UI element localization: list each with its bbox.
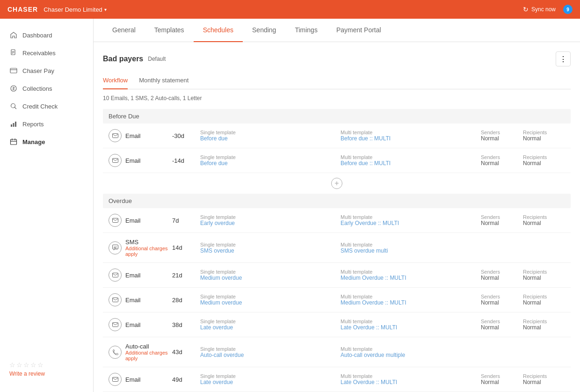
schedule-name: Bad payers [103,55,143,63]
star-rating[interactable]: ☆ ☆ ☆ ☆ ☆ [9,361,84,369]
multi-template-link[interactable]: Medium Overdue :: MULTI [341,275,481,281]
email-icon [109,373,122,386]
single-template-col: Single template Before due [200,154,341,167]
tab-general[interactable]: General [103,19,145,42]
multi-template-link[interactable]: Before due :: MULTI [341,135,481,142]
sidebar-item-credit-check[interactable]: Credit Check [0,97,93,115]
calendar-icon [9,138,18,146]
search-icon [9,102,18,110]
sidebar-label-collections: Collections [22,85,52,92]
email-icon [109,129,122,142]
single-template-link[interactable]: SMS overdue [200,247,341,254]
table-row[interactable]: Auto-call Additional charges apply 43d S… [103,337,571,367]
table-row[interactable]: Email 21d Single template Medium overdue… [103,263,571,288]
multi-template-link[interactable]: Before due :: MULTI [341,160,481,167]
multi-template-link[interactable]: Auto-call overdue multiple [341,352,481,358]
sidebar-label-dashboard: Dashboard [22,32,52,39]
company-name[interactable]: Chaser Demo Limited ▾ [44,6,107,13]
sync-button[interactable]: ↻ Sync now [523,6,556,13]
svg-rect-4 [11,124,12,127]
table-row[interactable]: SMS Additional charges apply 14d Single … [103,233,571,263]
summary-text: 10 Emails, 1 SMS, 2 Auto-calls, 1 Letter [103,95,571,102]
table-row[interactable]: Email 49d Single template Late overdue M… [103,367,571,392]
single-template-link[interactable]: Medium overdue [200,275,341,281]
single-template-link[interactable]: Before due [200,135,341,142]
single-template-link[interactable]: Medium overdue [200,299,341,306]
nav-right: ↻ Sync now 9 [523,5,573,14]
add-before-due-container: + [103,173,571,194]
section-overdue: Overdue Email 7d Single template Early o… [103,194,571,392]
sidebar-bottom: ☆ ☆ ☆ ☆ ☆ Write a review [0,354,93,385]
email-icon [109,214,122,227]
write-review-link[interactable]: Write a review [9,370,84,377]
default-badge: Default [148,56,166,62]
single-template-link[interactable]: Auto-call overdue [200,352,341,358]
chaser-logo: CHASER [7,6,38,13]
sidebar-item-receivables[interactable]: Receivables [0,44,93,62]
tab-sending[interactable]: Sending [243,19,285,42]
sync-icon: ↻ [523,6,529,13]
senders-col: Senders Normal [481,154,523,167]
tab-templates[interactable]: Templates [145,19,194,42]
table-row[interactable]: Email 7d Single template Early overdue M… [103,208,571,233]
sidebar-item-reports[interactable]: Reports [0,115,93,133]
schedule-content: Bad payers Default ⋮ Workflow Monthly st… [94,42,580,392]
multi-template-link[interactable]: Late Overdue :: MULTI [341,379,481,385]
table-row[interactable]: Email 28d Single template Medium overdue… [103,288,571,312]
table-row[interactable]: Email -14d Single template Before due Mu… [103,148,571,173]
multi-template-col: Multi template Before due :: MULTI [341,130,481,142]
sidebar: Dashboard Receivables Chaser Pay Collect… [0,19,94,392]
single-template-link[interactable]: Early overdue [200,220,341,226]
sidebar-item-dashboard[interactable]: Dashboard [0,26,93,44]
section-header-before-due: Before Due [103,109,571,123]
multi-template-link[interactable]: SMS overdue multi [341,247,481,254]
svg-rect-1 [10,68,17,73]
sms-icon [109,241,122,254]
email-icon [109,318,122,331]
channel-icon-col [109,129,125,142]
table-row[interactable]: Email -30d Single template Before due Mu… [103,123,571,148]
bar-chart-icon [9,120,18,128]
multi-template-col: Multi template Before due :: MULTI [341,154,481,167]
channel-type: Email [125,132,172,139]
home-icon [9,31,18,39]
table-row[interactable]: Email 38d Single template Late overdue M… [103,312,571,337]
nav-left: CHASER Chaser Demo Limited ▾ [7,6,107,13]
dollar-icon [9,84,18,93]
senders-col: Senders Normal [481,130,523,142]
multi-template-link[interactable]: Medium Overdue :: MULTI [341,299,481,306]
sidebar-item-chaser-pay[interactable]: Chaser Pay [0,62,93,80]
sidebar-label-chaser-pay: Chaser Pay [22,67,54,74]
multi-template-link[interactable]: Late Overdue :: MULTI [341,324,481,331]
multi-template-link[interactable]: Early Overdue :: MULTI [341,220,481,226]
single-template-link[interactable]: Late overdue [200,324,341,331]
main-content: General Templates Schedules Sending Timi… [94,19,580,392]
sidebar-label-credit-check: Credit Check [22,103,58,110]
add-before-due-button[interactable]: + [331,178,342,189]
email-icon [109,154,122,167]
sub-tab-workflow[interactable]: Workflow [103,72,128,89]
tab-schedules[interactable]: Schedules [194,19,243,42]
top-nav: CHASER Chaser Demo Limited ▾ ↻ Sync now … [0,0,580,19]
tab-timings[interactable]: Timings [285,19,327,42]
sidebar-item-manage[interactable]: Manage [0,133,93,151]
single-template-link[interactable]: Late overdue [200,379,341,385]
svg-rect-7 [11,139,17,145]
notification-badge[interactable]: 9 [563,5,573,14]
sidebar-label-reports: Reports [22,121,44,128]
sub-tabs: Workflow Monthly statement [103,72,571,89]
days-col: -14d [172,157,200,164]
sidebar-item-collections[interactable]: Collections [0,80,93,97]
channel-icon-col [109,154,125,167]
tabs-bar: General Templates Schedules Sending Timi… [94,19,580,42]
company-dropdown-icon[interactable]: ▾ [104,7,107,12]
tab-payment-portal[interactable]: Payment Portal [327,19,391,42]
section-header-overdue: Overdue [103,194,571,208]
recipients-col: Recipients Normal [523,154,565,167]
svg-rect-5 [13,123,14,127]
sub-tab-monthly[interactable]: Monthly statement [139,72,188,89]
more-options-button[interactable]: ⋮ [556,51,571,66]
single-template-link[interactable]: Before due [200,160,341,167]
schedule-header: Bad payers Default ⋮ [103,51,571,66]
autocall-icon [109,346,122,359]
